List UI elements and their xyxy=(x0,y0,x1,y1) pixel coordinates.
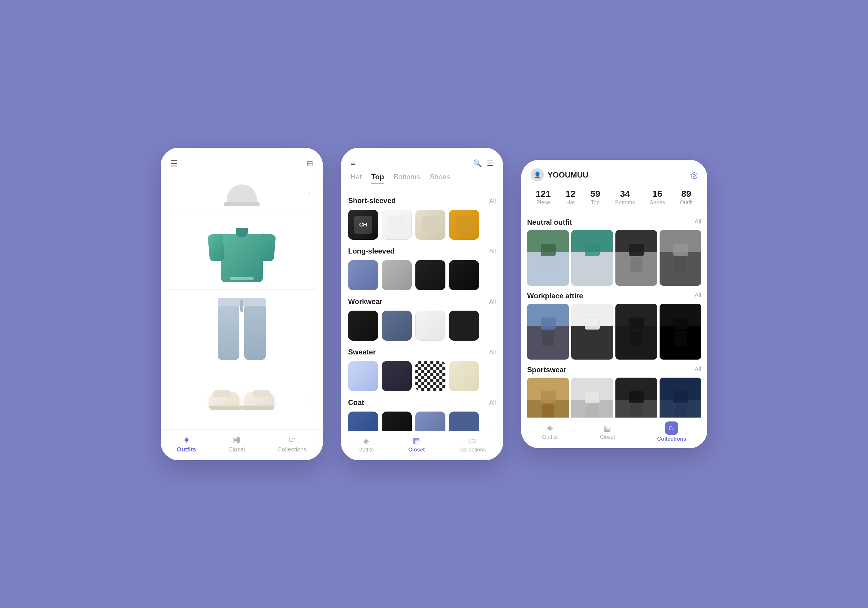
dark-collar-item[interactable] xyxy=(382,411,412,431)
white-blazer-item[interactable] xyxy=(415,310,445,341)
p3-closet-label: Closet xyxy=(600,434,615,440)
p3-nav-outfits[interactable]: ◈ Outfits xyxy=(542,423,558,440)
nav-closet[interactable]: ▦ Closet xyxy=(228,434,245,453)
nav-collections[interactable]: 🗂 Collections xyxy=(277,434,307,453)
blue-coat-item[interactable] xyxy=(348,411,378,431)
outfit-card-sport4[interactable] xyxy=(660,378,701,417)
pants-section[interactable] xyxy=(167,295,317,367)
outfit-card-white-work[interactable] xyxy=(571,304,613,359)
sportswear-grid xyxy=(527,378,701,417)
argyle-item[interactable] xyxy=(382,361,412,391)
top-section[interactable] xyxy=(167,220,317,290)
yellow-tshirt-item[interactable] xyxy=(449,210,479,240)
stat-shoes: 16 Shoes xyxy=(649,189,665,206)
tab-top[interactable]: Top xyxy=(371,173,384,184)
sportswear-all[interactable]: All xyxy=(695,366,701,374)
down-arrow-icon[interactable]: ↓ xyxy=(308,396,311,403)
shoes-section[interactable]: ↓ xyxy=(167,372,317,426)
hat-section[interactable]: ↑ xyxy=(167,173,317,216)
collections-nav-icon: 🗂 xyxy=(288,434,296,444)
workwear-all[interactable]: All xyxy=(489,298,496,305)
outfit-card-black-suit[interactable] xyxy=(615,304,657,359)
p2-closet-icon: ▦ xyxy=(413,436,420,445)
white-shirt-item[interactable] xyxy=(382,210,412,240)
workplace-attire-section: Workplace attire All xyxy=(527,292,701,359)
p3-nav-closet[interactable]: ▦ Closet xyxy=(600,423,615,440)
stat-top-num: 59 xyxy=(590,189,600,199)
gray-hoodie-item[interactable] xyxy=(382,260,412,290)
checker-item[interactable] xyxy=(415,361,445,391)
black-tshirt-item[interactable]: CH xyxy=(348,210,378,240)
tab-hat[interactable]: Hat xyxy=(350,173,362,184)
print-shirt-item[interactable] xyxy=(415,210,445,240)
p3-nav-collections[interactable]: 🗂 Collections xyxy=(657,422,686,442)
black-blazer2-item[interactable] xyxy=(449,310,479,341)
outfit-card-all-black[interactable] xyxy=(660,304,701,359)
list-icon[interactable]: ☰ xyxy=(487,159,493,168)
coat-all[interactable]: All xyxy=(489,399,496,406)
workplace-attire-all[interactable]: All xyxy=(695,292,701,300)
tab-shoes[interactable]: Shoes xyxy=(430,173,450,184)
patterned-coat-item[interactable] xyxy=(415,411,445,431)
phone2-bottom-nav: ◈ Outfits ▦ Closet 🗂 Collections xyxy=(341,431,503,460)
jeans-item xyxy=(212,298,272,364)
stat-outfit-label: Outfit xyxy=(680,200,693,206)
outfit-card-green-check[interactable] xyxy=(527,230,569,286)
menu-icon[interactable]: ☰ xyxy=(170,158,178,169)
outfit-card-sport1[interactable] xyxy=(527,378,569,417)
neutral-outfit-section: Neutral outfit All xyxy=(527,218,701,286)
stat-bottoms: 34 Bottoms xyxy=(615,189,635,206)
sportswear-section: Sportswear All xyxy=(527,366,701,417)
black-shirt-item[interactable] xyxy=(449,260,479,290)
phone3-bottom-nav: ◈ Outfits ▦ Closet 🗂 Collections xyxy=(521,417,707,448)
stat-bottoms-num: 34 xyxy=(620,189,630,199)
p2-nav-closet[interactable]: ▦ Closet xyxy=(408,436,425,453)
neutral-outfit-all[interactable]: All xyxy=(695,218,701,226)
long-sleeved-items xyxy=(348,260,496,290)
black-jacket-item[interactable] xyxy=(415,260,445,290)
p3-closet-icon: ▦ xyxy=(604,423,611,433)
outfit-card-teal[interactable] xyxy=(571,230,613,286)
workwear-title: Workwear xyxy=(348,298,382,306)
up-arrow-icon[interactable]: ↑ xyxy=(308,191,311,198)
blue-jacket-item[interactable] xyxy=(382,310,412,341)
p2-nav-collections[interactable]: 🗂 Collections xyxy=(459,436,486,453)
phone-closet: ≡ 🔍 ☰ Hat Top Bottoms Shoes Short-sleeve… xyxy=(341,148,503,460)
outfits-nav-label: Outfits xyxy=(177,446,196,453)
short-sleeved-title: Short-sleeved xyxy=(348,197,396,205)
workplace-attire-title: Workplace attire xyxy=(527,292,583,300)
blue-coat2-item[interactable] xyxy=(449,411,479,431)
blue-shirt-item[interactable] xyxy=(348,260,378,290)
outfit-card-gray[interactable] xyxy=(660,230,701,286)
sweater-title: Sweater xyxy=(348,348,376,356)
tab-bottoms[interactable]: Bottoms xyxy=(394,173,420,184)
neutral-outfit-grid xyxy=(527,230,701,286)
bookmark-icon[interactable]: ⊟ xyxy=(307,159,313,168)
phone1-header: ☰ ⊟ xyxy=(161,148,323,173)
outfit-card-blue-work[interactable] xyxy=(527,304,569,359)
category-tabs: Hat Top Bottoms Shoes xyxy=(341,173,503,189)
outfit-display-area: ↑ xyxy=(161,173,323,429)
outfit-card-sport2[interactable] xyxy=(571,378,613,417)
p3-outfits-label: Outfits xyxy=(542,434,558,440)
stat-piece-label: Piece xyxy=(536,200,550,206)
search-icon[interactable]: 🔍 xyxy=(473,159,482,168)
p2-closet-label: Closet xyxy=(408,447,425,453)
outfit-card-sport3[interactable] xyxy=(615,378,657,417)
cream-knit-item[interactable] xyxy=(449,361,479,391)
location-icon[interactable]: ◎ xyxy=(690,170,698,180)
filter-icon[interactable]: ≡ xyxy=(350,158,355,168)
black-blazer-item[interactable] xyxy=(348,310,378,341)
workplace-attire-grid xyxy=(527,304,701,359)
stat-piece: 121 Piece xyxy=(536,189,551,206)
stat-outfit: 89 Outfit xyxy=(680,189,693,206)
outfit-card-graphic[interactable] xyxy=(615,230,657,286)
sweater-all[interactable]: All xyxy=(489,349,496,356)
check-vest-item[interactable] xyxy=(348,361,378,391)
long-sleeved-all[interactable]: All xyxy=(489,248,496,255)
workwear-section: Workwear All xyxy=(348,298,496,341)
nav-outfits[interactable]: ◈ Outfits xyxy=(177,434,196,453)
p2-outfits-icon: ◈ xyxy=(363,436,369,445)
p2-nav-outfits[interactable]: ◈ Outfits xyxy=(358,436,374,453)
short-sleeved-all[interactable]: All xyxy=(489,197,496,204)
